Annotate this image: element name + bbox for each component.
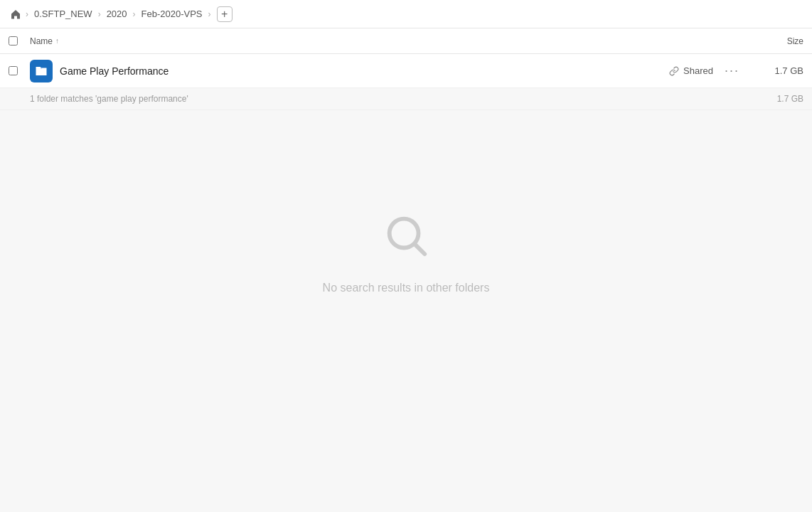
col-size-header: Size [747, 36, 803, 46]
file-name: Game Play Performance [60, 65, 669, 77]
breadcrumb-sep-1: › [26, 9, 28, 19]
match-info-text: 1 folder matches 'game play performance' [30, 94, 188, 104]
breadcrumb: › 0.SFTP_NEW › 2020 › Feb-2020-VPS › + [9, 6, 233, 22]
no-results-text: No search results in other folders [323, 282, 490, 294]
breadcrumb-item-sftp[interactable]: 0.SFTP_NEW [31, 7, 95, 21]
shared-label: Shared [683, 65, 713, 76]
select-all-checkbox-col [9, 36, 30, 46]
select-all-checkbox[interactable] [9, 36, 18, 46]
breadcrumb-sep-2: › [98, 9, 101, 19]
breadcrumb-sep-4: › [208, 9, 211, 19]
row-checkbox[interactable] [9, 66, 18, 75]
empty-state: No search results in other folders [0, 110, 812, 395]
no-results-icon [381, 210, 431, 270]
sort-icon: ↑ [55, 37, 59, 45]
topbar: › 0.SFTP_NEW › 2020 › Feb-2020-VPS › + [0, 0, 812, 28]
link-icon [669, 66, 679, 76]
shared-indicator: Shared [669, 65, 713, 76]
breadcrumb-sep-3: › [133, 9, 136, 19]
file-size: 1.7 GB [754, 65, 803, 76]
home-button[interactable] [9, 7, 23, 21]
match-info-size: 1.7 GB [777, 94, 803, 104]
table-row[interactable]: Game Play Performance Shared ··· 1.7 GB [0, 54, 812, 88]
breadcrumb-item-2020[interactable]: 2020 [104, 7, 130, 21]
col-name-header[interactable]: Name ↑ [30, 36, 747, 46]
row-checkbox-col [9, 66, 30, 75]
table-header: Name ↑ Size [0, 28, 812, 54]
add-breadcrumb-button[interactable]: + [217, 6, 233, 22]
breadcrumb-item-feb[interactable]: Feb-2020-VPS [139, 7, 205, 21]
folder-icon [30, 60, 53, 82]
more-actions-button[interactable]: ··· [725, 63, 739, 78]
col-name-label: Name [30, 36, 53, 46]
match-info-bar: 1 folder matches 'game play performance'… [0, 88, 812, 110]
